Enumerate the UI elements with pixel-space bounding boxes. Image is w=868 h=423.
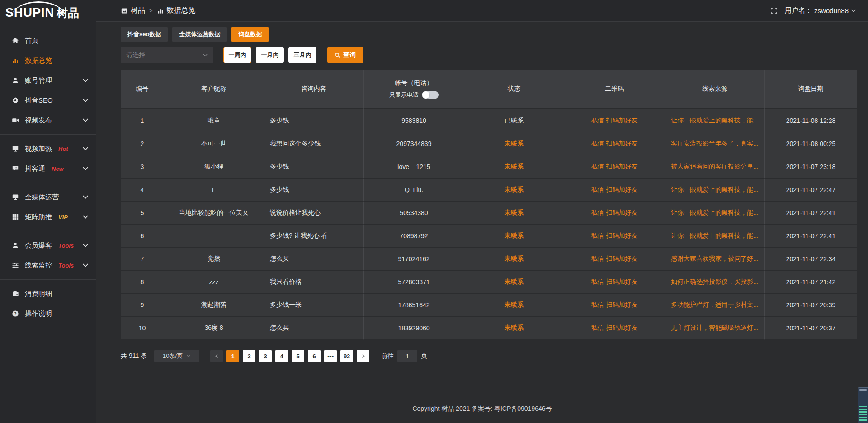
sidebar-item-account-manage[interactable]: 账号管理 xyxy=(0,70,96,90)
monitor-icon xyxy=(12,145,19,152)
source-link[interactable]: 客厅安装投影半年多了，真实... xyxy=(671,140,759,148)
cell-date: 2021-11-08 12:28 xyxy=(765,109,857,132)
sidebar-item-video-heat[interactable]: 视频加热Hot xyxy=(0,139,96,159)
floating-widget[interactable] xyxy=(858,387,868,423)
source-link[interactable]: 让你一眼就爱上的黑科技，能... xyxy=(671,186,759,194)
tab-全媒体运营数据[interactable]: 全媒体运营数据 xyxy=(172,27,227,42)
qr-link[interactable]: 扫码加好友 xyxy=(606,186,638,194)
qr-link[interactable]: 私信 xyxy=(591,186,604,194)
range-button[interactable]: 一周内 xyxy=(223,47,251,63)
cell-content: 怎么买 xyxy=(264,317,364,340)
source-link[interactable]: 让你一眼就爱上的黑科技，能... xyxy=(671,209,759,217)
sidebar-item-douyin-seo[interactable]: 抖音SEO xyxy=(0,90,96,110)
chevron-down-icon xyxy=(82,97,89,104)
source-link[interactable]: 让你一眼就爱上的黑科技，能... xyxy=(671,117,759,125)
range-button[interactable]: 一月内 xyxy=(256,47,284,63)
sidebar-item-badge: Hot xyxy=(58,146,68,152)
page-button-1[interactable]: 1 xyxy=(226,350,239,362)
qr-link[interactable]: 扫码加好友 xyxy=(606,301,638,309)
chat-icon xyxy=(12,165,19,172)
table-row: 1哦章多少钱9583810已联系私信扫码加好友让你一眼就爱上的黑科技，能...2… xyxy=(121,109,857,132)
sidebar-item-member-baoke[interactable]: 会员爆客Tools xyxy=(0,235,96,255)
qr-link[interactable]: 扫码加好友 xyxy=(606,209,638,217)
source-link[interactable]: 多功能护栏灯，适用于乡村文... xyxy=(671,301,759,309)
cell-date: 2021-11-07 22:34 xyxy=(765,248,857,271)
page-button-2[interactable]: 2 xyxy=(243,350,255,362)
user-menu[interactable]: 用户名： zswodun88 xyxy=(785,6,856,15)
tab-抖音seo数据[interactable]: 抖音seo数据 xyxy=(121,27,168,42)
page-jump: 前往 页 xyxy=(381,350,427,362)
next-page-button[interactable] xyxy=(357,350,369,362)
sidebar-item-operation-guide[interactable]: ?操作说明 xyxy=(0,304,96,324)
username-value: zswodun88 xyxy=(814,7,849,14)
prev-page-button[interactable] xyxy=(210,350,223,362)
cell-nickname: 哦章 xyxy=(164,109,264,132)
breadcrumb-label: 数据总览 xyxy=(167,6,196,15)
tab-询盘数据[interactable]: 询盘数据 xyxy=(231,27,269,42)
chevron-left-icon xyxy=(214,354,219,359)
page-button-6[interactable]: 6 xyxy=(308,350,321,362)
status-badge: 未联系 xyxy=(505,278,524,286)
cell-nickname: zzz xyxy=(164,271,264,294)
page-size-select[interactable]: 10条/页 xyxy=(154,350,199,362)
member-icon xyxy=(12,242,19,249)
qr-link[interactable]: 私信 xyxy=(591,232,604,240)
sidebar-item-matrix-boost[interactable]: 矩阵助推VIP xyxy=(0,207,96,227)
sidebar-item-data-overview[interactable]: 数据总览 xyxy=(0,51,96,70)
qr-link[interactable]: 私信 xyxy=(591,140,604,148)
floating-widget-bars xyxy=(859,406,867,421)
cell-index: 2 xyxy=(121,132,164,155)
qr-link[interactable]: 私信 xyxy=(591,301,604,309)
source-link[interactable]: 感谢大家喜欢我家，被问了好... xyxy=(671,255,759,263)
qr-link[interactable]: 扫码加好友 xyxy=(606,140,638,148)
sidebar-item-media-operation[interactable]: 全媒体运营 xyxy=(0,187,96,207)
qr-link[interactable]: 扫码加好友 xyxy=(606,163,638,171)
source-link[interactable]: 无主灯设计，智能磁吸轨道灯... xyxy=(671,324,759,332)
page-button-92[interactable]: 92 xyxy=(340,350,353,362)
status-badge: 已联系 xyxy=(505,117,524,125)
qr-link[interactable]: 私信 xyxy=(591,209,604,217)
qr-link[interactable]: 私信 xyxy=(591,163,604,171)
cell-account: Q_Liu. xyxy=(364,179,464,202)
page-button-4[interactable]: 4 xyxy=(275,350,288,362)
col-date: 询盘日期 xyxy=(765,70,857,109)
logo[interactable]: SHUPIN 树品 xyxy=(0,0,96,25)
pager-ellipsis[interactable]: ••• xyxy=(324,350,337,362)
source-link[interactable]: 让你一眼就爱上的黑科技，能... xyxy=(671,232,759,240)
qr-link[interactable]: 私信 xyxy=(591,324,604,332)
breadcrumb-item[interactable]: 数据总览 xyxy=(157,6,196,15)
sidebar-item-video-publish[interactable]: 视频发布 xyxy=(0,110,96,130)
table-header: 编号 客户昵称 咨询内容 帐号（电话） 只显示电话 状态 二维码 线索来源 询盘… xyxy=(121,70,857,109)
cell-source: 让你一眼就爱上的黑科技，能... xyxy=(665,179,765,202)
qr-link[interactable]: 私信 xyxy=(591,278,604,286)
range-button[interactable]: 三月内 xyxy=(288,47,316,63)
page-button-5[interactable]: 5 xyxy=(292,350,304,362)
qr-link[interactable]: 扫码加好友 xyxy=(606,278,638,286)
cell-status: 未联系 xyxy=(464,271,564,294)
account-select[interactable]: 请选择 xyxy=(121,47,213,63)
cell-content: 多少钱? 让我死心 看 xyxy=(264,225,364,248)
qr-link[interactable]: 扫码加好友 xyxy=(606,232,638,240)
qr-link[interactable]: 扫码加好友 xyxy=(606,117,638,125)
page-button-3[interactable]: 3 xyxy=(259,350,272,362)
source-link[interactable]: 如何正确选择投影仪，买投影... xyxy=(671,278,759,286)
jump-page-input[interactable] xyxy=(397,350,417,362)
breadcrumb-item[interactable]: 树品 xyxy=(121,6,145,15)
qr-link[interactable]: 私信 xyxy=(591,255,604,263)
source-link[interactable]: 被大家追着问的客厅投影分享... xyxy=(671,163,759,171)
cell-status: 未联系 xyxy=(464,179,564,202)
sidebar-item-lead-monitor[interactable]: 线索监控Tools xyxy=(0,255,96,275)
qr-link[interactable]: 扫码加好友 xyxy=(606,324,638,332)
sidebar-item-home[interactable]: 首页 xyxy=(0,31,96,51)
sidebar-item-douketong[interactable]: 抖客通New xyxy=(0,159,96,179)
qr-link[interactable]: 扫码加好友 xyxy=(606,255,638,263)
sidebar-menu: 首页数据总览账号管理抖音SEO视频发布视频加热Hot抖客通New全媒体运营矩阵助… xyxy=(0,25,96,324)
sidebar-item-label: 首页 xyxy=(25,37,38,45)
phone-only-toggle[interactable] xyxy=(422,91,439,99)
svg-text:?: ? xyxy=(14,311,17,316)
search-button[interactable]: 查询 xyxy=(327,47,363,63)
chevron-down-icon xyxy=(82,262,89,269)
qr-link[interactable]: 私信 xyxy=(591,117,604,125)
sidebar-item-consume-detail[interactable]: 消费明细 xyxy=(0,284,96,304)
fullscreen-icon[interactable] xyxy=(770,7,778,14)
